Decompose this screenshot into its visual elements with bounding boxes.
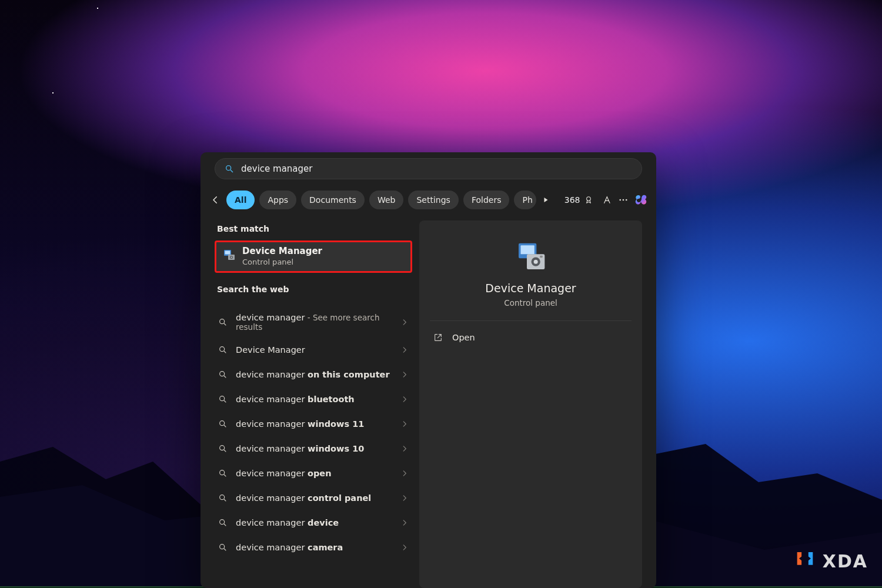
result-detail-pane: Device Manager Control panel Open [419,220,642,588]
web-result-row[interactable]: Device Manager [215,338,412,362]
web-result-row[interactable]: device manager windows 11 [215,412,412,436]
best-match-label: Best match [215,220,412,240]
svg-line-14 [224,351,226,353]
svg-point-5 [625,199,627,201]
svg-line-24 [224,475,226,476]
search-icon [218,469,228,478]
search-icon [225,164,234,173]
filter-tab-folders[interactable]: Folders [463,191,510,209]
device-manager-icon [222,248,236,262]
rewards-points[interactable]: 368 [561,195,597,205]
search-icon [218,318,228,327]
chevron-right-icon [400,494,409,502]
svg-point-11 [220,319,225,324]
svg-point-35 [533,260,537,264]
svg-rect-7 [225,251,230,255]
svg-line-26 [224,499,226,501]
chevron-right-icon [400,543,409,552]
svg-line-20 [224,425,226,427]
detail-title: Device Manager [485,282,576,295]
device-manager-icon [514,240,547,273]
svg-rect-32 [520,245,534,254]
play-icon [542,196,549,203]
filter-tab-documents[interactable]: Documents [301,191,365,209]
copilot-icon [634,193,649,207]
chevron-right-icon [400,519,409,527]
search-web-label: Search the web [215,281,412,301]
best-match-subtitle: Control panel [242,258,322,266]
xda-logo-icon [793,549,817,573]
filter-tabs: All Apps Documents Web Settings Folders … [226,191,536,209]
action-open-label: Open [452,333,475,342]
text-size-button[interactable] [603,191,612,209]
copilot-button[interactable] [634,191,649,209]
filter-tab-apps[interactable]: Apps [259,191,296,209]
search-icon [218,395,228,404]
svg-rect-36 [540,256,543,258]
filter-tab-all[interactable]: All [226,191,255,209]
best-match-title: Device Manager [242,246,322,256]
chevron-right-icon [400,445,409,453]
search-icon [218,345,228,355]
svg-line-1 [230,170,233,172]
detail-subtitle: Control panel [504,298,557,308]
chevron-right-icon [400,318,409,326]
chevron-right-icon [400,420,409,428]
svg-point-17 [220,396,225,401]
search-field[interactable] [215,158,642,179]
svg-point-13 [220,347,225,352]
ellipsis-icon [618,195,629,205]
search-icon [218,543,228,552]
svg-line-22 [224,450,226,452]
more-options-button[interactable] [618,191,629,209]
letter-a-icon [603,195,612,205]
chevron-right-icon [400,346,409,354]
svg-line-18 [224,400,226,402]
web-result-row[interactable]: device manager bluetooth [215,387,412,412]
search-icon [218,493,228,503]
web-result-row[interactable]: device manager - See more search results [215,307,412,338]
filter-scroll-right[interactable] [542,191,549,209]
detail-separator [430,320,632,321]
filter-bar: All Apps Documents Web Settings Folders … [201,179,656,213]
search-icon [218,444,228,453]
open-external-icon [433,333,443,342]
web-results-list: device manager - See more search results… [215,307,412,560]
svg-point-10 [230,256,232,258]
xda-watermark: XDA [793,549,868,573]
svg-line-30 [224,549,226,550]
svg-line-12 [224,323,226,325]
filter-tab-photos-partial[interactable]: Ph [514,191,536,209]
web-result-row[interactable]: device manager on this computer [215,362,412,387]
search-icon [218,518,228,527]
rewards-points-value: 368 [564,195,580,205]
svg-point-29 [220,544,225,549]
svg-point-19 [220,421,225,426]
svg-point-21 [220,446,225,450]
svg-point-2 [586,197,590,201]
svg-point-27 [220,520,225,524]
search-icon [218,370,228,379]
web-result-row[interactable]: device manager windows 10 [215,436,412,461]
svg-line-16 [224,376,226,377]
action-open[interactable]: Open [430,325,632,350]
filter-tab-settings[interactable]: Settings [408,191,458,209]
svg-point-23 [220,470,225,475]
search-input[interactable] [241,163,632,174]
chevron-right-icon [400,395,409,403]
chevron-right-icon [400,370,409,379]
svg-point-25 [220,495,225,500]
xda-watermark-text: XDA [823,551,868,572]
web-result-row[interactable]: device manager control panel [215,486,412,510]
svg-point-0 [226,166,231,171]
chevron-right-icon [400,469,409,477]
filter-tab-web[interactable]: Web [369,191,404,209]
medal-icon [584,195,593,205]
web-result-row[interactable]: device manager device [215,510,412,535]
web-result-row[interactable]: device manager camera [215,535,412,560]
search-icon [218,419,228,429]
start-search-flyout: All Apps Documents Web Settings Folders … [201,152,656,588]
best-match-device-manager[interactable]: Device Manager Control panel [215,240,412,273]
back-button[interactable] [210,191,220,209]
web-result-row[interactable]: device manager open [215,461,412,486]
